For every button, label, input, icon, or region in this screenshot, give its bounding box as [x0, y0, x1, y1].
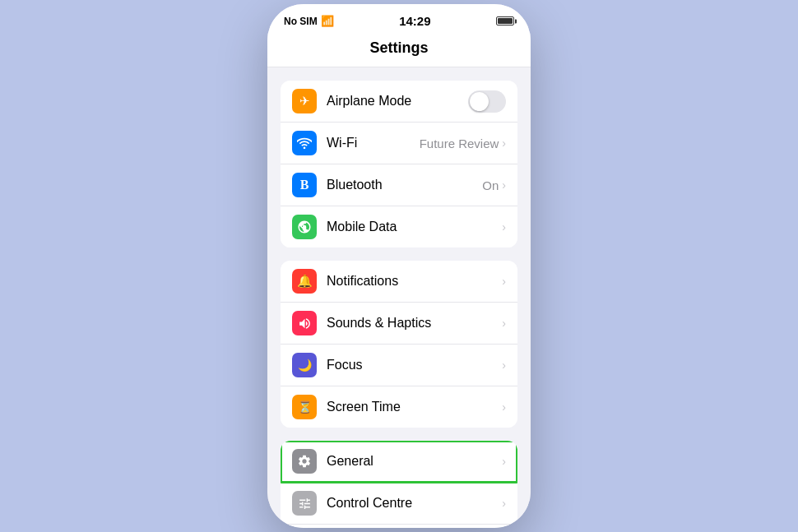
battery-fill	[498, 18, 513, 24]
bluetooth-label: Bluetooth	[327, 178, 482, 192]
wifi-icon	[292, 131, 317, 155]
connectivity-group: ✈ Airplane Mode Wi-Fi Future Review ›	[281, 81, 517, 247]
notifications-label: Notifications	[327, 274, 502, 289]
control-centre-row[interactable]: Control Centre ›	[281, 483, 517, 525]
wifi-row[interactable]: Wi-Fi Future Review ›	[281, 123, 517, 164]
general-group: General › Control Centre › AA Display & …	[281, 441, 517, 528]
wifi-chevron: ›	[502, 136, 506, 150]
focus-label: Focus	[327, 358, 502, 372]
mobile-data-icon	[292, 215, 317, 239]
sounds-haptics-chevron: ›	[502, 317, 506, 330]
airplane-mode-row[interactable]: ✈ Airplane Mode	[281, 81, 517, 123]
focus-chevron: ›	[502, 359, 506, 372]
settings-content[interactable]: ✈ Airplane Mode Wi-Fi Future Review ›	[267, 67, 531, 528]
bluetooth-value: On	[482, 178, 499, 192]
status-right	[496, 16, 514, 25]
status-left: No SIM 📶	[284, 15, 334, 27]
mobile-data-label: Mobile Data	[327, 220, 502, 234]
bluetooth-chevron: ›	[502, 178, 506, 192]
mobile-data-chevron: ›	[502, 220, 506, 234]
bluetooth-icon: B	[292, 173, 317, 197]
wifi-icon: 📶	[321, 15, 334, 27]
control-centre-icon	[292, 491, 317, 516]
status-time: 14:29	[399, 14, 430, 28]
airplane-mode-icon: ✈	[292, 89, 317, 113]
general-icon	[292, 449, 317, 474]
control-centre-chevron: ›	[502, 497, 506, 510]
page-title: Settings	[281, 39, 517, 57]
mobile-data-row[interactable]: Mobile Data ›	[281, 206, 517, 247]
wifi-value: Future Review	[420, 136, 499, 150]
screen-time-label: Screen Time	[327, 400, 502, 414]
wifi-label: Wi-Fi	[327, 136, 420, 150]
battery-icon	[496, 16, 514, 25]
general-label: General	[327, 454, 502, 469]
screen-time-chevron: ›	[502, 400, 506, 414]
page-header: Settings	[267, 33, 531, 67]
focus-row[interactable]: 🌙 Focus ›	[281, 345, 517, 386]
general-chevron: ›	[502, 455, 506, 468]
toggle-knob	[470, 92, 489, 111]
notifications-row[interactable]: 🔔 Notifications ›	[281, 261, 517, 303]
carrier-label: No SIM	[284, 16, 318, 27]
screen-time-row[interactable]: ⏳ Screen Time ›	[281, 386, 517, 428]
notifications-group: 🔔 Notifications › Sounds & Haptics › 🌙	[281, 261, 517, 428]
airplane-mode-toggle[interactable]	[468, 90, 506, 113]
sounds-haptics-label: Sounds & Haptics	[327, 316, 502, 331]
airplane-mode-label: Airplane Mode	[327, 94, 468, 109]
notifications-chevron: ›	[502, 275, 506, 288]
bluetooth-row[interactable]: B Bluetooth On ›	[281, 164, 517, 206]
control-centre-label: Control Centre	[327, 496, 502, 511]
sounds-haptics-icon	[292, 311, 317, 335]
focus-icon: 🌙	[292, 353, 317, 377]
general-row[interactable]: General ›	[281, 441, 517, 483]
status-bar: No SIM 📶 14:29	[267, 4, 531, 33]
display-brightness-row[interactable]: AA Display & Brightness ›	[281, 525, 517, 528]
sounds-haptics-row[interactable]: Sounds & Haptics ›	[281, 303, 517, 345]
screen-time-icon: ⏳	[292, 395, 317, 419]
notifications-icon: 🔔	[292, 269, 317, 294]
phone-frame: No SIM 📶 14:29 Settings ✈ Airplane Mode	[267, 4, 531, 528]
